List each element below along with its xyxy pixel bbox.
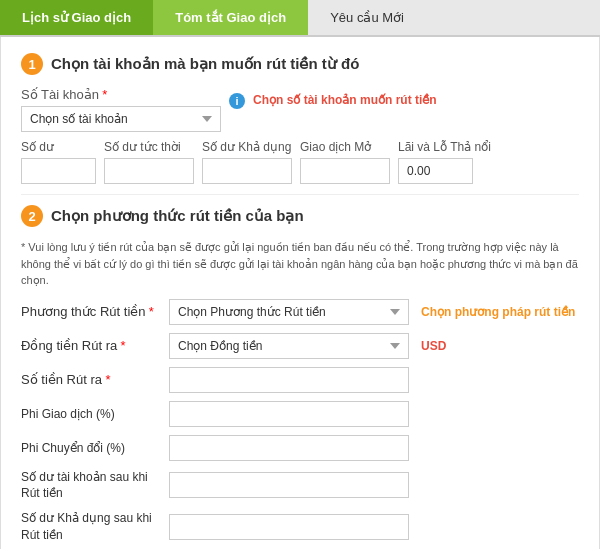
method-label: Phương thức Rút tiền * [21, 304, 161, 319]
convert-row: Phi Chuyển đổi (%) [21, 435, 579, 461]
balance-group-3: Giao dịch Mở [300, 140, 390, 184]
method-input: Chọn Phương thức Rút tiền [169, 299, 409, 325]
main-content: 1 Chọn tài khoản mà bạn muốn rút tiền từ… [0, 37, 600, 549]
divider [21, 194, 579, 195]
amount-input[interactable] [169, 367, 409, 393]
tabs-bar: Lịch sử Giao dịch Tóm tắt Giao dịch Yêu … [0, 0, 600, 37]
available-after-input-wrap [169, 514, 409, 540]
fee-label: Phi Giao dịch (%) [21, 407, 161, 421]
balance-input-2[interactable] [202, 158, 292, 184]
info-icon[interactable]: i [229, 93, 245, 109]
balance-label-2: Số dư Khả dụng [202, 140, 292, 154]
balance-after-label: Số dư tài khoản sau khi Rút tiền [21, 469, 161, 503]
section2-number: 2 [21, 205, 43, 227]
section1-number: 1 [21, 53, 43, 75]
balance-label-0: Số dư [21, 140, 96, 154]
available-after-input[interactable] [169, 514, 409, 540]
amount-label: Số tiền Rút ra * [21, 372, 161, 387]
account-group: Số Tài khoản * Chọn số tài khoản [21, 87, 221, 132]
balance-after-input-wrap [169, 472, 409, 498]
account-hint: Chọn số tài khoản muốn rút tiền [253, 93, 437, 107]
account-select[interactable]: Chọn số tài khoản [21, 106, 221, 132]
currency-input: Chọn Đồng tiền [169, 333, 409, 359]
convert-input[interactable] [169, 435, 409, 461]
convert-input-wrap [169, 435, 409, 461]
section2-label: Chọn phương thức rút tiền của bạn [51, 207, 304, 225]
method-hint: Chọn phương pháp rút tiền [421, 305, 575, 319]
available-after-row: Số dư Khả dụng sau khi Rút tiền [21, 510, 579, 544]
balance-after-row: Số dư tài khoản sau khi Rút tiền [21, 469, 579, 503]
balance-row: Số dư Số dư tức thời Số dư Khả dụng Giao… [21, 140, 579, 184]
available-after-label: Số dư Khả dụng sau khi Rút tiền [21, 510, 161, 544]
currency-hint: USD [421, 339, 446, 353]
balance-group-1: Số dư tức thời [104, 140, 194, 184]
note-text: * Vui lòng lưu ý tiền rút của bạn sẽ đượ… [21, 239, 579, 289]
tab-new[interactable]: Yêu cầu Mới [308, 0, 426, 35]
balance-input-0[interactable] [21, 158, 96, 184]
fee-row: Phi Giao dịch (%) [21, 401, 579, 427]
section1-label: Chọn tài khoản mà bạn muốn rút tiền từ đ… [51, 55, 359, 73]
currency-label: Đồng tiền Rút ra * [21, 338, 161, 353]
account-label: Số Tài khoản * [21, 87, 221, 102]
balance-label-3: Giao dịch Mở [300, 140, 390, 154]
convert-label: Phi Chuyển đổi (%) [21, 441, 161, 455]
amount-input-wrap [169, 367, 409, 393]
balance-label-1: Số dư tức thời [104, 140, 194, 154]
account-row: Số Tài khoản * Chọn số tài khoản i Chọn … [21, 87, 579, 132]
section2-title: 2 Chọn phương thức rút tiền của bạn [21, 205, 579, 227]
amount-row: Số tiền Rút ra * [21, 367, 579, 393]
fee-input[interactable] [169, 401, 409, 427]
page-wrapper: Lịch sử Giao dịch Tóm tắt Giao dịch Yêu … [0, 0, 600, 549]
section1-title: 1 Chọn tài khoản mà bạn muốn rút tiền từ… [21, 53, 579, 75]
balance-label-4: Lãi và Lỗ Thả nổi [398, 140, 491, 154]
currency-select[interactable]: Chọn Đồng tiền [169, 333, 409, 359]
method-row: Phương thức Rút tiền * Chọn Phương thức … [21, 299, 579, 325]
balance-input-4[interactable] [398, 158, 473, 184]
method-select[interactable]: Chọn Phương thức Rút tiền [169, 299, 409, 325]
balance-group-4: Lãi và Lỗ Thả nổi [398, 140, 491, 184]
balance-input-3[interactable] [300, 158, 390, 184]
tab-summary[interactable]: Tóm tắt Giao dịch [153, 0, 308, 35]
fee-input-wrap [169, 401, 409, 427]
balance-group-0: Số dư [21, 140, 96, 184]
currency-row: Đồng tiền Rút ra * Chọn Đồng tiền USD [21, 333, 579, 359]
balance-after-input[interactable] [169, 472, 409, 498]
tab-history[interactable]: Lịch sử Giao dịch [0, 0, 153, 35]
balance-input-1[interactable] [104, 158, 194, 184]
balance-group-2: Số dư Khả dụng [202, 140, 292, 184]
